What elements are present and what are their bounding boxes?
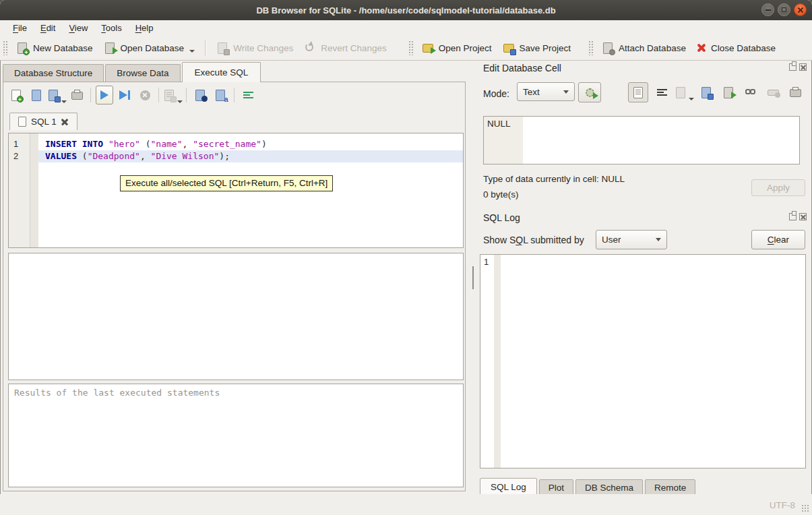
tab-browse-data[interactable]: Browse Data — [105, 64, 180, 82]
minimize-button[interactable] — [761, 3, 774, 16]
menu-file[interactable]: File — [7, 22, 33, 34]
save-sql-file-button[interactable] — [48, 86, 65, 104]
new-sql-tab-button[interactable]: + — [7, 86, 25, 104]
main-tab-bar: Database Structure Browse Data Execute S… — [3, 63, 262, 82]
open-external-icon — [722, 86, 735, 98]
log-filter-label: Show SQL submitted by — [483, 235, 584, 245]
execute-sql-page: + a SQL 1 — [3, 82, 466, 491]
menu-edit[interactable]: Edit — [34, 22, 61, 34]
toolbar-drag-handle[interactable] — [3, 40, 8, 55]
line-number: 2 — [9, 150, 30, 162]
sql1-tab[interactable]: SQL 1 — [9, 113, 77, 130]
sql-log-view[interactable]: 1 — [480, 254, 806, 468]
find-button[interactable] — [191, 86, 209, 104]
line-number-gutter: 1 2 — [9, 133, 30, 247]
copy-results-button[interactable] — [164, 86, 181, 104]
encoding-indicator[interactable]: UTF-8 — [770, 500, 795, 510]
main-toolbar: + New Database Open Database Write Chang… — [0, 36, 812, 61]
menu-help[interactable]: Help — [129, 22, 160, 34]
tab-database-structure[interactable]: Database Structure — [3, 64, 104, 82]
format-icon — [243, 92, 253, 98]
code-line-1: INSERT INTO "hero" ("name", "secret_name… — [38, 138, 463, 150]
execute-sql-button[interactable] — [96, 86, 113, 104]
text-mode-button[interactable] — [628, 82, 648, 102]
menu-tools[interactable]: Tools — [95, 22, 127, 34]
print-sql-button[interactable] — [68, 86, 86, 104]
close-database-icon — [697, 43, 707, 53]
export-cell-button[interactable] — [697, 83, 715, 102]
clear-log-button[interactable]: Clear — [751, 230, 805, 249]
execute-line-button[interactable] — [116, 86, 133, 104]
write-changes-label: Write Changes — [233, 43, 293, 53]
pane-splitter[interactable] — [8, 248, 464, 253]
revert-changes-label: Revert Changes — [321, 43, 387, 53]
revert-changes-icon — [304, 42, 317, 54]
import-cell-button[interactable] — [675, 83, 693, 102]
toolbar-separator — [186, 88, 187, 102]
save-file-dropdown-icon[interactable] — [61, 100, 67, 103]
close-database-button[interactable]: Close Database — [691, 40, 781, 56]
sql1-tab-label: SQL 1 — [31, 117, 57, 127]
open-project-icon — [422, 42, 435, 54]
new-database-button[interactable]: + New Database — [11, 39, 98, 57]
titlebar[interactable]: DB Browser for SQLite - /home/user/code/… — [0, 0, 812, 20]
maximize-icon — [782, 7, 786, 12]
attach-database-button[interactable]: Attach Database — [596, 39, 691, 57]
save-project-icon — [503, 42, 516, 54]
open-database-button[interactable]: Open Database — [98, 39, 201, 57]
close-icon — [797, 7, 804, 13]
resize-grip[interactable] — [801, 504, 809, 512]
close-dock-icon[interactable] — [799, 213, 807, 220]
statusbar: UTF-8 — [0, 494, 812, 515]
copy-link-button[interactable] — [742, 83, 759, 102]
save-project-button[interactable]: Save Project — [497, 39, 577, 57]
edit-cell-dock-buttons — [789, 63, 807, 71]
results-grid[interactable] — [8, 253, 464, 380]
float-dock-icon[interactable] — [789, 213, 797, 220]
print-cell-button[interactable] — [786, 83, 804, 102]
import-icon — [675, 86, 687, 98]
cell-value-editor[interactable]: NULL — [483, 116, 800, 164]
db-browser-window: DB Browser for SQLite - /home/user/code/… — [0, 0, 812, 515]
export-icon — [700, 86, 713, 98]
word-wrap-button[interactable] — [653, 83, 670, 102]
write-changes-button[interactable]: Write Changes — [211, 39, 299, 57]
mode-label: Mode: — [483, 88, 509, 99]
results-placeholder: Results of the last executed statements — [14, 388, 220, 398]
tab-execute-sql[interactable]: Execute SQL — [182, 62, 261, 82]
find-icon — [194, 89, 207, 101]
open-database-label: Open Database — [121, 43, 185, 53]
mode-select[interactable]: Text — [517, 82, 575, 101]
open-project-button[interactable]: Open Project — [416, 39, 497, 57]
close-dock-icon[interactable] — [799, 63, 807, 71]
auto-switch-mode-button[interactable] — [578, 82, 601, 102]
toolbar-drag-handle[interactable] — [408, 40, 414, 55]
open-external-button[interactable] — [720, 83, 737, 102]
stop-execution-button[interactable] — [136, 86, 154, 104]
log-filter-select[interactable]: User — [596, 230, 667, 249]
format-sql-button[interactable] — [239, 86, 257, 104]
revert-changes-button[interactable]: Revert Changes — [299, 39, 392, 57]
main-area: Database Structure Browse Data Execute S… — [0, 61, 812, 494]
apply-button[interactable]: Apply — [751, 179, 805, 196]
open-sql-file-button[interactable] — [28, 86, 45, 104]
float-dock-icon[interactable] — [789, 63, 797, 71]
find-replace-button[interactable]: a — [212, 86, 229, 104]
close-tab-icon[interactable] — [61, 118, 69, 125]
set-null-button[interactable] — [764, 83, 782, 102]
dock-splitter[interactable] — [468, 61, 478, 494]
close-button[interactable] — [794, 3, 807, 16]
save-file-icon — [47, 89, 60, 101]
log-line-number: 1 — [480, 255, 494, 468]
execute-tooltip: Execute all/selected SQL [Ctrl+Return, F… — [120, 175, 333, 191]
toolbar-drag-handle[interactable] — [588, 40, 594, 55]
open-database-dropdown-icon[interactable] — [189, 50, 195, 53]
cell-editor-toolbar — [628, 82, 804, 102]
maximize-button[interactable] — [778, 3, 790, 16]
menubar: File Edit View Tools Help — [0, 20, 812, 36]
save-project-label: Save Project — [520, 43, 571, 53]
new-database-label: New Database — [33, 43, 93, 53]
results-message-pane[interactable]: Results of the last executed statements — [8, 384, 464, 487]
toolbar-separator — [90, 88, 91, 102]
menu-view[interactable]: View — [63, 22, 94, 34]
